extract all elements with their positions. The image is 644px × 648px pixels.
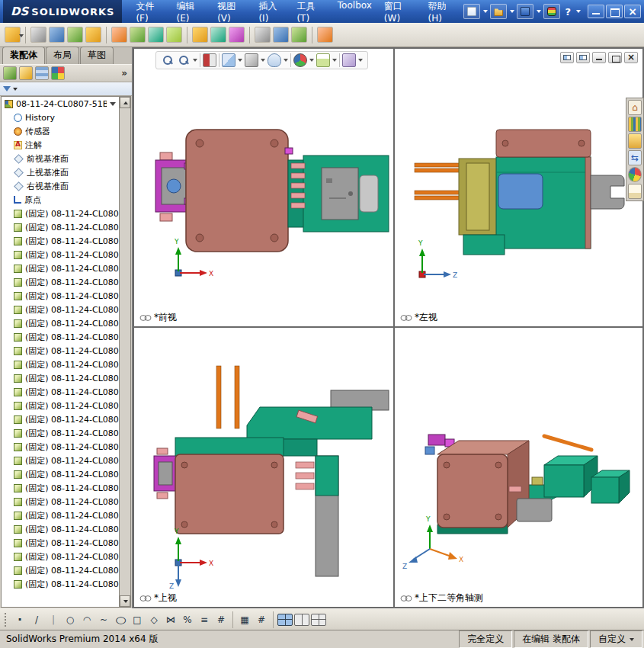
interference-detection-icon[interactable] (255, 27, 271, 43)
minimize-button[interactable] (588, 5, 604, 18)
view-orientation-icon[interactable] (222, 53, 235, 67)
display-style-caret-icon[interactable] (261, 59, 265, 62)
sketch-trim-icon[interactable] (180, 612, 195, 627)
zoom-caret-icon[interactable] (193, 59, 197, 62)
tree-component-row[interactable]: (固定) 08-11-24-CL0807- (2, 495, 119, 508)
view-settings-caret-icon[interactable] (358, 59, 363, 62)
display-style-icon[interactable] (245, 53, 258, 67)
save-caret-icon[interactable] (537, 10, 541, 13)
sketch-offset-icon[interactable] (197, 612, 212, 627)
viewport-left[interactable]: Y Z *左视 (395, 49, 642, 326)
view-orientation-caret-icon[interactable] (238, 59, 242, 62)
tree-front-plane-row[interactable]: 前视基准面 (2, 152, 119, 165)
tree-scrollbar[interactable] (119, 97, 130, 607)
tree-component-row[interactable]: (固定) 08-11-24-CL0807- (2, 248, 119, 261)
component-pattern-icon[interactable] (49, 27, 65, 43)
bill-of-materials-icon[interactable] (192, 27, 208, 43)
maximize-button[interactable] (606, 5, 623, 18)
snap-grid-icon[interactable] (237, 612, 252, 627)
solidworks-resources-home-icon[interactable]: ⌂ (628, 100, 642, 115)
move-component-icon[interactable] (111, 27, 127, 43)
doc-minimize-icon[interactable] (592, 52, 606, 63)
help-caret-icon[interactable] (576, 10, 581, 13)
close-button[interactable] (624, 5, 641, 18)
sketch-circle-icon[interactable] (62, 612, 78, 627)
doc-close-icon[interactable] (624, 52, 638, 63)
tree-root-row[interactable]: 08-11-24-CL0807-51B-3DMOLD (2, 97, 119, 111)
sketch-line-icon[interactable] (29, 612, 44, 627)
tree-component-row[interactable]: (固定) 08-11-24-CL0807- (2, 275, 119, 289)
tree-history-row[interactable]: History (2, 111, 119, 124)
tree-component-row[interactable]: (固定) 08-11-24-CL0807- (2, 303, 119, 316)
tree-top-plane-row[interactable]: 上视基准面 (2, 165, 119, 179)
tree-component-row[interactable]: (固定) 08-11-24-CL0807- (2, 234, 119, 248)
sketch-point-icon[interactable] (12, 612, 27, 627)
tree-component-row[interactable]: (固定) 08-11-24-CL0807- (2, 371, 119, 385)
measure-icon[interactable] (273, 27, 289, 43)
tree-right-plane-row[interactable]: 右视基准面 (2, 179, 119, 193)
tree-component-row[interactable]: (固定) 08-11-24-CL0807- (2, 522, 119, 536)
tree-component-row[interactable]: (固定) 08-11-24-CL0807- (2, 289, 119, 303)
apply-scene-icon[interactable] (316, 53, 330, 67)
sketch-pattern-icon[interactable] (213, 612, 229, 627)
show-hidden-components-icon[interactable] (130, 27, 146, 43)
sketch-arc-icon[interactable] (79, 612, 95, 627)
tree-component-row[interactable]: (固定) 08-11-24-CL0807- (2, 330, 119, 344)
tree-component-row[interactable]: (固定) 08-11-24-CL0807- (2, 426, 119, 440)
custom-dropdown[interactable]: 自定义 (590, 630, 642, 648)
featuremanager-tree-icon[interactable] (3, 66, 17, 80)
filter-funnel-icon[interactable] (3, 86, 11, 91)
tree-component-row[interactable]: (固定) 08-11-24-CL0807- (2, 399, 119, 412)
tree-component-row[interactable]: (固定) 08-11-24-CL0807- (2, 481, 119, 495)
new-document-caret-icon[interactable] (483, 10, 488, 13)
tree-component-row[interactable]: (固定) 08-11-24-CL0807- (2, 454, 119, 467)
appearance-caret-icon[interactable] (309, 59, 314, 62)
tree-component-row[interactable]: (固定) 08-11-24-CL0807- (2, 508, 119, 522)
tree-origin-row[interactable]: 原点 (2, 193, 119, 207)
explode-line-sketch-icon[interactable] (229, 27, 245, 43)
root-flyout-arrow-icon[interactable] (110, 102, 116, 106)
single-viewport-layout-button[interactable] (311, 614, 326, 626)
edit-appearance-icon[interactable] (293, 53, 307, 67)
tree-component-row[interactable]: (固定) 08-11-24-CL0807- (2, 316, 119, 330)
four-viewport-layout-button[interactable] (277, 614, 293, 626)
hide-show-caret-icon[interactable] (284, 59, 288, 62)
insert-component-icon[interactable] (67, 27, 83, 43)
collapse-panel-chevron-icon[interactable] (120, 68, 129, 79)
viewport-top[interactable]: Y X Z *上视 (134, 328, 393, 607)
section-view-icon[interactable] (203, 53, 216, 67)
zoom-area-icon[interactable] (177, 53, 191, 67)
new-document-button[interactable] (463, 4, 480, 19)
section-view-tool-icon[interactable] (317, 27, 333, 43)
tab-assembly[interactable]: 装配体 (2, 47, 45, 64)
viewport-vertical-divider[interactable] (393, 49, 395, 607)
tree-component-row[interactable]: (固定) 08-11-24-CL0807- (2, 412, 119, 426)
appearances-scenes-icon[interactable] (628, 167, 642, 182)
sketch-spline-icon[interactable] (96, 612, 111, 627)
tree-component-row[interactable]: (固定) 08-11-24-CL0807- (2, 385, 119, 399)
property-manager-icon[interactable] (19, 66, 33, 80)
attach-mate-icon[interactable] (30, 27, 46, 43)
sketch-mirror-icon[interactable] (163, 612, 178, 627)
help-button[interactable]: ? (562, 6, 573, 18)
viewport-horizontal-divider[interactable] (134, 326, 642, 328)
grid-settings-icon[interactable] (254, 612, 269, 627)
save-button[interactable] (517, 4, 533, 19)
tree-sensors-row[interactable]: 传感器 (2, 124, 119, 138)
sketch-polygon-icon[interactable] (146, 612, 162, 627)
scroll-down-icon[interactable] (120, 595, 130, 607)
tree-annotations-row[interactable]: 注解 (2, 138, 119, 152)
sketch-rectangle-icon[interactable] (130, 612, 145, 627)
tree-component-row[interactable]: (固定) 08-11-24-CL0807- (2, 358, 119, 371)
tree-component-row[interactable]: (固定) 08-11-24-CL0807- (2, 220, 119, 234)
sketch-centerline-icon[interactable] (46, 612, 61, 627)
display-manager-icon[interactable] (51, 66, 65, 80)
viewport-toggle-right-icon[interactable] (576, 52, 590, 63)
tree-component-row[interactable]: (固定) 08-11-24-CL0807- (2, 440, 119, 454)
filter-caret-icon[interactable] (13, 88, 18, 91)
scroll-up-icon[interactable] (120, 97, 130, 108)
viewport-toggle-left-icon[interactable] (560, 52, 574, 63)
hide-show-items-icon[interactable] (268, 53, 281, 67)
doc-restore-icon[interactable] (608, 52, 622, 63)
scene-caret-icon[interactable] (332, 59, 337, 62)
